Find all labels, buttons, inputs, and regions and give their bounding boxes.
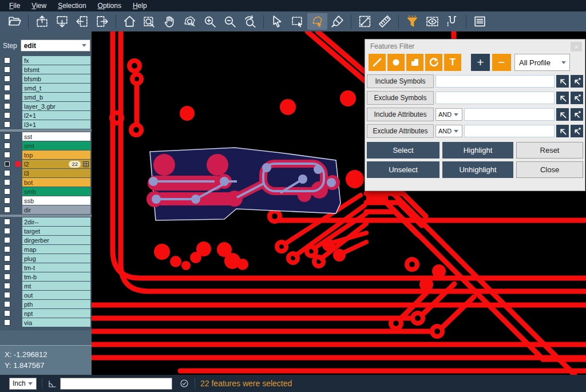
layer-visibility-checkbox[interactable] [4,207,10,213]
toolbar-button-pan-hand[interactable] [160,13,180,30]
layer-visibility-checkbox[interactable] [4,161,10,167]
toolbar-button-view-options[interactable] [422,13,442,30]
toolbar-button-pan-right[interactable] [92,13,112,30]
layer-visibility-checkbox[interactable] [4,179,10,185]
layer-row-fx[interactable]: fx [0,56,92,65]
profile-select[interactable]: All Profile [514,54,570,71]
toolbar-button-pan-up[interactable] [32,13,52,30]
layer-row-map[interactable]: map [0,245,92,254]
layer-name-cell[interactable]: mt [22,282,90,290]
pick-add-from-screen-icon[interactable] [571,92,583,104]
layer-name-cell[interactable]: npt [22,309,90,318]
layer-name-cell[interactable]: via [22,318,90,327]
layer-name-cell[interactable]: layer_3.gbr [22,102,90,110]
toolbar-button-zoom-in[interactable] [200,13,220,30]
layer-name-cell[interactable]: top [22,151,90,159]
layer-row-mt[interactable]: mt [0,282,92,290]
pick-from-screen-icon[interactable] [556,125,569,137]
layer-row-2dir--[interactable]: 2dir-- [0,217,92,226]
toolbar-button-zoom-polygon[interactable] [180,13,200,30]
layer-name-cell[interactable]: smb [22,187,90,196]
layer-row-smt[interactable]: smt [0,141,92,150]
layer-name-cell[interactable]: l2+1 [22,111,90,120]
toolbar-button-zoom-window[interactable] [140,13,160,30]
exclude-symbols-label-button[interactable]: Exclude Symbols [367,91,434,105]
layer-row-npt[interactable]: npt [0,309,92,318]
layer-name-cell[interactable]: map [22,245,90,254]
toolbar-button-pan-left[interactable] [72,13,92,30]
layer-visibility-checkbox[interactable] [4,237,10,243]
layer-visibility-checkbox[interactable] [4,103,10,109]
layer-visibility-checkbox[interactable] [4,152,10,158]
layer-visibility-checkbox[interactable] [4,255,10,262]
pick-add-from-screen-icon[interactable] [571,75,583,88]
menu-options[interactable]: Options [92,1,127,11]
layer-name-cell[interactable]: 2dir-- [22,217,90,226]
unselect-button[interactable]: Unselect [367,161,440,178]
layer-visibility-checkbox[interactable] [4,228,10,234]
layer-row-target[interactable]: target [0,227,92,235]
layer-row-plug[interactable]: plug [0,254,92,263]
layer-visibility-checkbox[interactable] [4,246,10,252]
toolbar-button-features-filter[interactable] [402,13,422,30]
toolbar-button-select-polygon[interactable] [307,13,327,30]
remove-filter-button[interactable]: − [492,54,511,71]
include-attributes-operator-select[interactable]: AND [435,108,462,121]
layer-row-smd_b[interactable]: smd_b [0,93,92,101]
toolbar-button-select-cursor[interactable] [267,13,287,30]
pick-from-screen-icon[interactable] [556,92,569,104]
layer-visibility-checkbox[interactable] [4,310,10,316]
select-button[interactable]: Select [367,142,440,159]
layer-visibility-checkbox[interactable] [4,283,10,289]
layer-row-top[interactable]: top [0,151,92,159]
toolbar-button-measure-ruler[interactable] [375,13,395,30]
layer-name-cell[interactable]: l222 [22,160,90,168]
layer-row-bfsmt[interactable]: bfsmt [0,65,92,74]
layer-row-l2+1[interactable]: l2+1 [0,111,92,120]
layer-row-l3+1[interactable]: l3+1 [0,120,92,129]
include-symbols-label-button[interactable]: Include Symbols [367,74,434,88]
pick-from-screen-icon[interactable] [556,75,569,88]
step-select[interactable]: edit [21,39,90,52]
feature-type-text-button[interactable]: T [444,54,461,71]
highlight-button[interactable]: Highlight [442,142,513,159]
layer-name-cell[interactable]: bfsmb [22,74,90,83]
menu-view[interactable]: View [26,1,52,11]
layer-row-tm-t[interactable]: tm-t [0,263,92,272]
layer-row-l3[interactable]: l3 [0,169,92,177]
layer-name-cell[interactable]: dir [22,205,90,214]
layer-row-smb[interactable]: smb [0,187,92,196]
layer-row-sst[interactable]: sst [0,132,92,141]
feature-type-arc-button[interactable] [425,54,442,71]
toolbar-button-mass-edit[interactable] [327,13,347,30]
grid-icon[interactable] [83,161,89,167]
layer-visibility-checkbox[interactable] [4,112,10,118]
close-button[interactable]: Close [516,161,583,178]
layer-visibility-checkbox[interactable] [4,66,10,73]
add-filter-button[interactable]: + [471,54,490,71]
layer-name-cell[interactable]: l3+1 [22,120,90,129]
menu-help[interactable]: Help [127,1,153,11]
layer-name-cell[interactable]: ssb [22,196,90,205]
layer-visibility-checkbox[interactable] [4,292,10,298]
layer-row-dirgerber[interactable]: dirgerber [0,236,92,244]
layer-row-pth[interactable]: pth [0,300,92,308]
layer-row-dir[interactable]: dir [0,205,92,214]
layer-row-via[interactable]: via [0,318,92,327]
pick-from-screen-icon[interactable] [556,108,569,121]
unhighlight-button[interactable]: Unhighlight [442,161,513,178]
toolbar-button-snap[interactable] [442,13,462,30]
layer-name-cell[interactable]: pth [22,300,90,308]
toolbar-button-layers-panel[interactable] [470,13,490,30]
layer-name-cell[interactable]: bot [22,178,90,187]
feature-type-surface-button[interactable] [406,54,423,71]
sync-status-icon[interactable] [179,378,189,389]
menu-file[interactable]: File [3,1,26,11]
layer-name-cell[interactable]: plug [22,254,90,263]
layer-row-layer_3.gbr[interactable]: layer_3.gbr [0,102,92,110]
layer-visibility-checkbox[interactable] [4,85,10,91]
layer-visibility-checkbox[interactable] [4,301,10,307]
toolbar-button-zoom-home[interactable] [120,13,140,30]
layer-visibility-checkbox[interactable] [4,319,10,326]
toolbar-button-measure-line[interactable] [355,13,375,30]
